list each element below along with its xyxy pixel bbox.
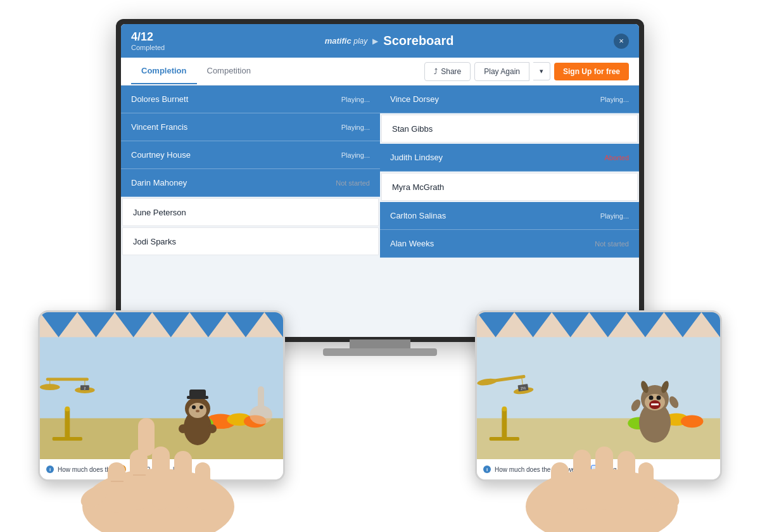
svg-rect-51	[490, 437, 519, 441]
players-right-column: Vince Dorsey Playing... Stan Gibbs Judit…	[380, 86, 639, 337]
svg-point-52	[502, 407, 507, 412]
header-center: matific play ▶ Scoreboard	[325, 34, 454, 48]
player-name: Myra McGrath	[392, 182, 444, 192]
answer-input-right[interactable]: 6	[591, 465, 606, 474]
svg-text:2: 2	[84, 387, 86, 390]
matific-logo: matific play	[325, 36, 368, 46]
player-row: Myra McGrath	[381, 173, 638, 201]
question-text-left: How much does the	[58, 466, 113, 473]
scoreboard-title: Scoreboard	[383, 34, 453, 48]
tablet-right: 2½ i How much does the w	[475, 310, 722, 481]
player-name: Alan Weeks	[390, 239, 434, 248]
players-left-column: Dolores Burnett Playing... Vincent Franc…	[121, 86, 380, 337]
player-row: Dolores Burnett Playing...	[121, 86, 380, 113]
player-name: Carlton Salinas	[390, 211, 446, 220]
player-row: Alan Weeks Not started	[380, 230, 639, 258]
player-name: Jodi Sparks	[133, 237, 176, 246]
player-name: Courtney House	[131, 150, 191, 160]
signup-button[interactable]: Sign Up for free	[554, 63, 629, 80]
player-name: Vincent Francis	[131, 122, 187, 132]
player-status: Not started	[336, 179, 370, 187]
header-progress-section: 4/12 Completed	[131, 30, 165, 51]
svg-point-87	[650, 483, 683, 512]
play-again-button[interactable]: Play Again	[474, 62, 529, 81]
svg-point-28	[200, 405, 203, 409]
svg-point-67	[649, 396, 654, 400]
player-row: Courtney House Playing...	[121, 141, 380, 169]
svg-point-68	[657, 396, 661, 400]
svg-point-62	[668, 395, 680, 410]
svg-rect-17	[46, 377, 89, 381]
player-status: Playing...	[341, 124, 370, 131]
progress-text: 4/12	[131, 30, 165, 44]
coin-icon-right	[554, 465, 563, 474]
play-again-dropdown[interactable]: ▾	[533, 62, 550, 80]
svg-point-32	[179, 424, 187, 433]
player-row: Darin Mahoney Not started	[121, 169, 380, 197]
player-status: Playing...	[341, 151, 370, 159]
market-background-right: 2½	[477, 312, 720, 459]
players-grid: Dolores Burnett Playing... Vincent Franc…	[121, 86, 639, 337]
question-text-right: How much does the	[495, 466, 550, 473]
player-status: Not started	[595, 240, 629, 248]
svg-point-29	[196, 410, 200, 412]
tablet-screen-right: 2½	[477, 312, 720, 459]
svg-rect-15	[53, 437, 82, 441]
header-right: ×	[614, 34, 629, 49]
question-suffix-right: weigh?	[567, 466, 587, 473]
player-name: Judith Lindsey	[390, 153, 443, 162]
player-row: June Peterson	[122, 198, 379, 226]
player-name: Vince Dorsey	[390, 94, 439, 104]
player-row: Judith Lindsey Aborted	[380, 144, 639, 172]
player-name: Dolores Burnett	[131, 94, 188, 104]
player-row: Vince Dorsey Playing...	[380, 86, 639, 113]
tab-bar: Completion Competition ⤴ Share Play Agai…	[121, 58, 639, 86]
monitor-base	[323, 348, 437, 356]
player-status: Aborted	[604, 154, 629, 162]
svg-text:2½: 2½	[521, 386, 526, 390]
unit-right: kg.	[610, 466, 618, 473]
character-right	[628, 377, 682, 446]
svg-rect-50	[502, 409, 507, 440]
monitor-frame: 4/12 Completed matific play ▶ Scoreboard…	[116, 19, 644, 342]
tab-completion[interactable]: Completion	[131, 58, 197, 84]
tab-competition[interactable]: Competition	[197, 58, 261, 84]
player-name: Stan Gibbs	[392, 124, 433, 134]
svg-rect-35	[258, 386, 264, 415]
share-button[interactable]: ⤴ Share	[424, 62, 471, 81]
unit-left: kg.	[173, 466, 181, 473]
tab-actions: ⤴ Share Play Again ▾ Sign Up for free	[424, 62, 629, 81]
svg-point-27	[192, 405, 196, 409]
svg-point-77	[77, 483, 110, 512]
answer-input-left[interactable]: ?	[154, 465, 169, 474]
player-name: Darin Mahoney	[131, 178, 187, 187]
player-status: Playing...	[600, 96, 629, 103]
player-row: Vincent Francis Playing...	[121, 113, 380, 141]
header-bar: 4/12 Completed matific play ▶ Scoreboard…	[121, 24, 639, 58]
info-icon-right: i	[483, 466, 491, 473]
player-status: Playing...	[600, 212, 629, 220]
svg-rect-70	[651, 403, 659, 405]
svg-rect-31	[189, 390, 206, 397]
player-row: Jodi Sparks	[122, 227, 379, 255]
question-suffix-left: weigh?	[130, 466, 150, 473]
player-status: Playing...	[341, 96, 370, 103]
pointer-hand-left	[245, 380, 277, 424]
tabs: Completion Competition	[131, 58, 261, 84]
tablet-bottom-bar-left: i How much does the weigh? ? kg.	[40, 459, 283, 479]
completed-label: Completed	[131, 44, 165, 51]
tablet-screen-left: 2	[40, 312, 283, 459]
tablet-bottom-bar-right: i How much does the weigh? 6 kg.	[477, 459, 720, 479]
coin-icon-left	[117, 465, 126, 474]
svg-point-16	[65, 407, 70, 412]
close-button[interactable]: ×	[614, 34, 629, 49]
share-icon: ⤴	[434, 67, 438, 76]
monitor-screen: 4/12 Completed matific play ▶ Scoreboard…	[121, 24, 639, 337]
svg-point-33	[208, 424, 217, 433]
svg-point-48	[681, 415, 703, 428]
player-row: Carlton Salinas Playing...	[380, 202, 639, 230]
player-row: Stan Gibbs	[381, 115, 638, 142]
svg-rect-14	[65, 409, 70, 440]
info-icon-left: i	[46, 466, 54, 473]
tablet-left: 2 i How much does	[38, 310, 285, 481]
